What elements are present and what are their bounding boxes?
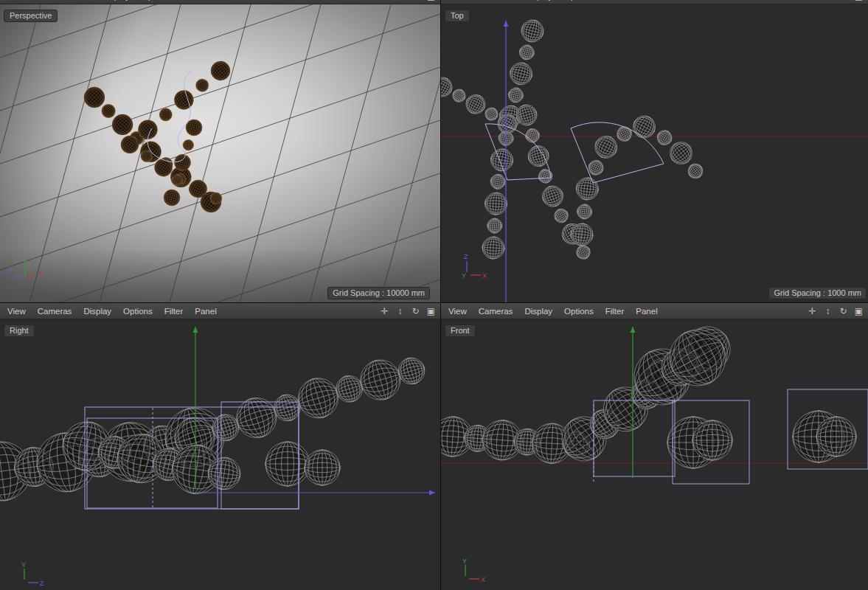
viewport-toggle-icon[interactable]: ▣ [426,306,436,316]
viewport-right[interactable]: View Cameras Display Options Filter Pane… [0,303,440,590]
wireframe-bead[interactable] [816,417,856,457]
wireframe-bead[interactable] [490,173,507,190]
axis-z-label: Z [7,268,12,275]
menu-cameras[interactable]: Cameras [479,307,513,316]
viewport-perspective[interactable]: ∷∷ View Cameras Display Options Filter P… [0,0,440,302]
wireframe-bead[interactable] [655,128,675,148]
rotate-icon[interactable]: ↻ [411,306,420,316]
wireframe-bead[interactable] [157,105,175,123]
axis-y-label: Y [23,258,27,266]
menu-options[interactable]: Options [123,307,153,316]
dolly-icon[interactable]: ↕ [395,306,405,316]
wireframe-bead[interactable] [355,355,405,405]
axis-y-label: Y [462,558,467,565]
menu-display[interactable]: Display [83,307,111,316]
wireframe-bead[interactable] [294,373,343,423]
wireframe-bead[interactable] [577,204,593,220]
axis-y-label: Y [21,561,26,569]
wireframe-bead[interactable] [193,77,211,94]
menu-view[interactable]: View [448,0,467,1]
viewport-front[interactable]: View Cameras Display Options Filter Pane… [441,303,868,590]
wireframe-bead[interactable] [184,117,204,138]
menu-view[interactable]: View [7,307,26,316]
perspective-canvas[interactable]: Perspective Grid Spacing : 10000 mm Y X … [0,4,440,302]
pan-icon[interactable]: ✛ [380,306,389,316]
wireframe-bead[interactable] [170,86,198,114]
wireframe-bead[interactable] [540,183,566,209]
viewport-nav-icons: ✛ ↕ ↻ ▣ [380,0,436,1]
wireframe-bead[interactable] [519,18,546,45]
wireframe-bead[interactable] [507,86,524,104]
menu-panel[interactable]: Panel [636,307,657,316]
viewport-top[interactable]: View Cameras Display Options Filter Pane… [441,0,868,302]
wireframe-bead[interactable] [685,161,706,181]
wireframe-bead[interactable] [629,112,659,142]
menu-view[interactable]: View [448,307,467,316]
axis-gizmo: Y X Z [6,257,47,283]
menu-panel[interactable]: Panel [195,307,216,316]
front-canvas[interactable]: Front Y X [441,319,868,590]
wireframe-bead[interactable] [507,60,535,88]
dolly-icon[interactable]: ↕ [823,0,833,1]
menu-display[interactable]: Display [524,307,552,316]
wireframe-bead[interactable] [526,143,552,169]
wireframe-bead[interactable] [265,442,310,486]
viewport-nav-icons: ✛ ↕ ↻ ▣ [808,0,864,1]
axis-gizmo: Z Y X [460,252,501,280]
rotate-icon[interactable]: ↻ [839,0,848,1]
axis-z-label: Z [40,580,44,587]
wireframe-bead[interactable] [305,450,340,485]
axis-x-label: X [482,272,487,280]
axis-arrowhead [193,327,198,333]
menu-options[interactable]: Options [142,0,171,1]
pan-icon[interactable]: ✛ [808,0,817,1]
wireframe-bead[interactable] [162,187,181,207]
viewport-toggle-icon[interactable]: ▣ [854,0,864,1]
dolly-icon[interactable]: ↕ [823,306,833,316]
menu-cameras[interactable]: Cameras [38,307,72,316]
pan-icon[interactable]: ✛ [808,306,817,316]
dolly-icon[interactable]: ↕ [395,0,405,1]
right-canvas[interactable]: Right Y Z [0,319,440,590]
wireframe-bead[interactable] [692,420,732,460]
menu-view[interactable]: View [26,0,44,1]
rotate-icon[interactable]: ↻ [839,306,848,316]
menu-cameras[interactable]: Cameras [479,0,513,1]
menu-options[interactable]: Options [564,307,594,316]
wireframe-bead[interactable] [489,147,515,173]
viewport-toggle-icon[interactable]: ▣ [854,306,864,316]
viewport-label: Perspective [4,10,58,22]
top-canvas[interactable]: Top Grid Spacing : 1000 mm Z Y X [441,4,868,302]
menu-filter[interactable]: Filter [605,307,625,316]
wireframe-bead[interactable] [575,176,600,201]
wireframe-bead[interactable] [487,218,502,234]
menu-panel[interactable]: Panel [213,0,235,1]
viewport-label: Right [4,324,35,337]
menu-display[interactable]: Display [102,0,130,1]
wireframe-bead[interactable] [181,139,195,152]
pan-icon[interactable]: ✛ [380,0,389,1]
menu-filter[interactable]: Filter [164,307,184,316]
menu-panel[interactable]: Panel [636,0,657,1]
wireframe-bead[interactable] [462,91,488,117]
wireframe-bead[interactable] [586,158,605,177]
wireframe-bead[interactable] [552,206,570,225]
wireframe-bead[interactable] [451,87,468,104]
menu-display[interactable]: Display [524,0,552,1]
perspective-scene [0,4,440,302]
wireframe-bead[interactable] [537,167,555,185]
axis-arrowhead [504,21,509,27]
menu-filter[interactable]: Filter [605,0,625,1]
axis-gizmo: Y X [460,556,501,584]
axis-gizmo: Y Z [19,560,60,588]
menu-options[interactable]: Options [564,0,594,1]
right-scene [0,319,440,590]
wireframe-bead[interactable] [483,105,501,123]
wireframe-bead[interactable] [518,44,535,61]
wireframe-bead[interactable] [485,192,508,215]
rotate-icon[interactable]: ↻ [411,0,420,1]
wireframe-bead[interactable] [232,392,282,442]
viewport-toggle-icon[interactable]: ▣ [426,0,436,1]
menu-filter[interactable]: Filter [182,0,201,1]
menu-cameras[interactable]: Cameras [55,0,90,1]
